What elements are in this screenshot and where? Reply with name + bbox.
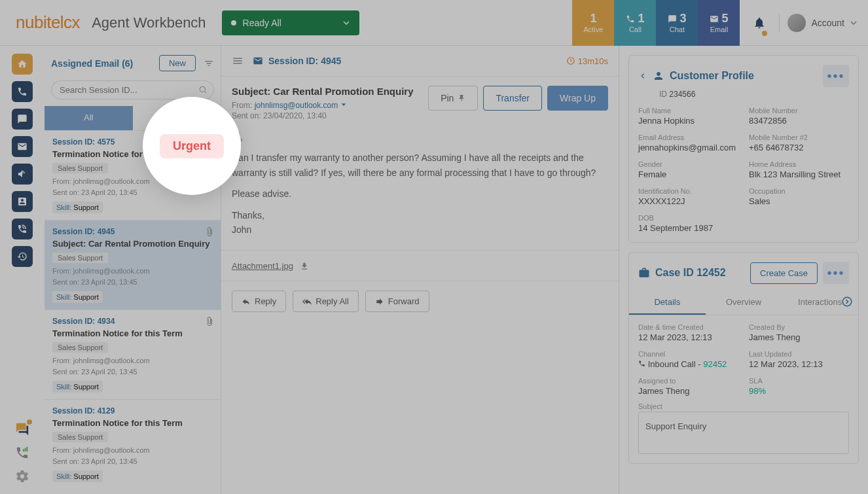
session-badge: Sales Support [52, 432, 108, 442]
session-from: From: johnlimsg@outlook.com [52, 355, 213, 366]
field-value: jennahopkins@gmail.com [638, 143, 738, 152]
field-label: Date & time Created [638, 323, 738, 331]
channel-counters: 1 Active 1 Call 3 Chat 5 Email [572, 0, 740, 46]
case-more-button[interactable]: ••• [823, 262, 849, 284]
field-label: Full Name [638, 107, 738, 115]
nav-settings[interactable] [15, 469, 29, 484]
nav-contacts[interactable] [12, 191, 33, 212]
email-body: Hi, Can I transfer my warranty to anothe… [221, 130, 619, 251]
session-item[interactable]: Session ID: 4129 Termination Notice for … [45, 399, 221, 489]
nav-dialer[interactable] [12, 219, 33, 239]
nav-home[interactable] [12, 54, 33, 75]
presence-call[interactable] [15, 446, 29, 460]
customer-profile-card: Customer Profile ••• ID 234566 Full Name… [628, 55, 859, 243]
skill-label: Skill: [56, 293, 71, 301]
counter-chat[interactable]: 3 Chat [656, 0, 698, 46]
svg-rect-0 [25, 448, 26, 452]
list-title: Assigned Email (6) [51, 58, 133, 69]
transfer-button[interactable]: Transfer [483, 86, 542, 111]
home-icon [17, 59, 27, 69]
caret-down-icon[interactable] [340, 101, 347, 108]
tab-details[interactable]: Details [629, 291, 706, 315]
counter-call-label: Call [629, 26, 642, 33]
account-menu[interactable]: Account [787, 14, 858, 32]
nav-call[interactable] [12, 81, 33, 102]
status-label: Ready All [243, 18, 281, 28]
status-dropdown[interactable]: Ready All [222, 10, 359, 35]
session-item[interactable]: Session ID: 4945 Subject: Car Rental Pro… [45, 220, 221, 309]
reply-all-icon [302, 297, 312, 306]
session-subject: Subject: Car Rental Promotion Enquiry [52, 239, 213, 249]
separator [779, 14, 780, 32]
skill-value: Support [73, 472, 99, 480]
from-email-link[interactable]: johnlimsg@outlook.com [255, 101, 338, 110]
session-subject: Termination Notice for this Term [52, 328, 213, 338]
field-label: Mobile Number [749, 107, 849, 115]
body-line: Thanks, [232, 208, 608, 222]
skill-value: Support [73, 383, 99, 391]
bell-icon [753, 16, 766, 29]
case-subject-input[interactable] [638, 412, 849, 454]
menu-icon[interactable] [232, 55, 244, 67]
chevron-left-icon[interactable] [638, 71, 647, 80]
logo-text: nubitelcx [16, 12, 80, 33]
tab-all[interactable]: All [45, 106, 133, 130]
detail-session-id: Session ID: 4945 [268, 56, 341, 66]
session-badge: Sales Support [52, 163, 108, 173]
session-from: From: johnlimsg@outlook.com [52, 445, 213, 456]
attachment-link[interactable]: Attachment1.jpg [232, 261, 293, 271]
field-label: Subject [638, 402, 849, 410]
nav-email[interactable] [12, 136, 33, 157]
field-label: Gender [638, 160, 738, 168]
nav-history[interactable] [12, 246, 33, 267]
side-nav [0, 46, 45, 494]
top-bar: nubitelcx Agent Workbench Ready All 1 Ac… [0, 0, 868, 46]
download-icon[interactable] [300, 262, 309, 271]
chevron-right-icon[interactable] [841, 296, 853, 308]
tab-overview[interactable]: Overview [706, 291, 782, 315]
profile-more-button[interactable]: ••• [823, 65, 849, 87]
svg-rect-1 [26, 447, 27, 451]
svg-rect-2 [23, 450, 24, 452]
case-tabs: Details Overview Interactions [629, 291, 858, 315]
attachment-row: Attachment1.jpg [221, 251, 619, 281]
reply-all-button[interactable]: Reply All [293, 291, 359, 312]
phone-icon [626, 14, 635, 24]
field-value: Female [638, 169, 738, 179]
counter-active[interactable]: 1 Active [572, 0, 614, 46]
counter-call[interactable]: 1 Call [614, 0, 656, 46]
status-dot-icon [231, 20, 236, 26]
nav-campaign[interactable] [12, 164, 33, 185]
phone-icon [17, 86, 27, 97]
urgent-badge: Urgent [160, 134, 224, 158]
reply-button[interactable]: Reply [232, 291, 286, 312]
field-label: Home Address [749, 160, 849, 168]
session-item[interactable]: Session ID: 4934 Termination Notice for … [45, 309, 221, 399]
session-sent: Sent on: 23 April 20, 13:45 [52, 277, 213, 288]
profile-panel: Customer Profile ••• ID 234566 Full Name… [619, 46, 868, 494]
dialer-icon [17, 224, 27, 234]
history-icon [17, 251, 27, 262]
filter-icon[interactable] [204, 58, 214, 69]
account-label: Account [811, 18, 844, 28]
create-case-button[interactable]: Create Case [750, 262, 818, 284]
forward-button[interactable]: Forward [365, 291, 429, 312]
svg-point-3 [200, 86, 205, 92]
session-sent: Sent on: 23 April 20, 13:45 [52, 366, 213, 378]
pin-button[interactable]: Pin [428, 86, 478, 111]
presence-chat[interactable] [15, 422, 29, 436]
wrapup-button[interactable]: Wrap Up [547, 86, 608, 111]
new-button[interactable]: New [159, 55, 196, 71]
forward-icon [375, 297, 384, 306]
case-title: Case ID 12452 [638, 267, 726, 279]
chevron-down-icon [850, 19, 858, 27]
body-line: Hi, [232, 130, 608, 144]
channel-ref-link[interactable]: 92452 [703, 359, 727, 369]
notifications-button[interactable] [748, 16, 771, 29]
reply-icon [242, 297, 251, 306]
avatar [787, 14, 806, 32]
attachment-icon [205, 227, 214, 236]
session-from: From: johnlimsg@outlook.com [52, 266, 213, 277]
nav-chat[interactable] [12, 109, 33, 130]
counter-email[interactable]: 5 Email [698, 0, 740, 46]
